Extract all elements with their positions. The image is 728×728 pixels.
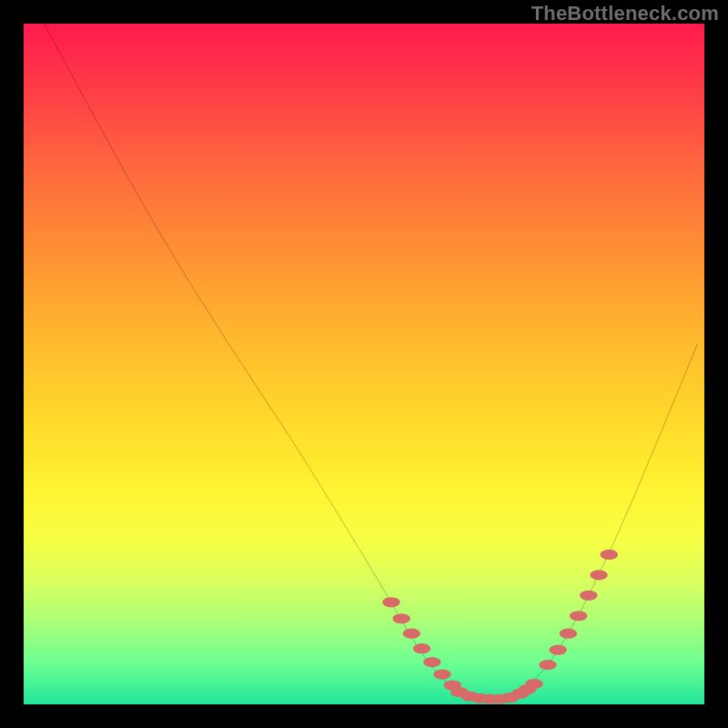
highlight-dot	[433, 669, 450, 679]
chart-frame: TheBottleneck.com	[0, 0, 728, 728]
highlight-dot	[580, 591, 597, 601]
highlight-dot	[549, 645, 566, 655]
highlight-dot	[560, 629, 577, 639]
highlight-dot	[570, 611, 587, 621]
bottleneck-curve-path	[44, 24, 697, 698]
highlight-dot	[403, 629, 420, 639]
highlight-dot	[392, 613, 410, 623]
highlight-dots-group	[382, 550, 618, 704]
highlight-dot	[382, 597, 399, 607]
watermark-text: TheBottleneck.com	[531, 2, 719, 25]
highlight-dot	[590, 570, 607, 580]
highlight-dot	[601, 550, 618, 560]
highlight-dot	[423, 657, 440, 667]
highlight-dot	[539, 660, 556, 670]
plot-area	[24, 24, 704, 704]
highlight-dot	[413, 643, 430, 653]
highlight-dot	[525, 679, 542, 689]
bottleneck-curve-svg	[24, 24, 704, 704]
